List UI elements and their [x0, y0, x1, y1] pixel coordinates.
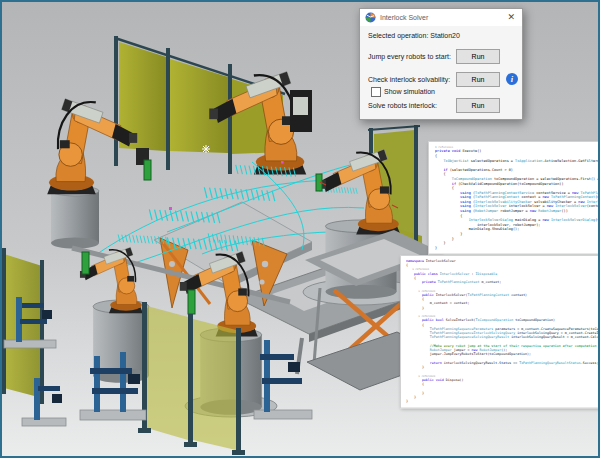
show-simulation-label: Show simulation	[384, 88, 435, 95]
info-icon[interactable]: i	[506, 73, 518, 85]
close-icon[interactable]: ✕	[505, 13, 517, 22]
code-line: return interlockSolvingQueryResult.Statu…	[406, 361, 600, 365]
jump-robots-label: Jump every robots to start:	[368, 53, 451, 60]
run-jump-button[interactable]: Run	[456, 49, 500, 64]
code-panel-interlocksolver-class: namespace InterlockSolver{ 1 reference p…	[400, 255, 600, 409]
run-solve-button[interactable]: Run	[456, 98, 500, 113]
interlock-solver-dialog: Interlock Solver ✕ Selected operation: S…	[359, 8, 523, 120]
robot-pedestal-a	[51, 186, 99, 249]
code-line: }	[406, 399, 600, 403]
run-check-button[interactable]: Run	[456, 72, 500, 87]
solve-interlock-label: Solve robots interlock:	[368, 102, 437, 109]
selected-operation-label: Selected operation: Station20	[368, 32, 460, 39]
code-line: }	[435, 246, 600, 251]
dialog-titlebar[interactable]: Interlock Solver ✕	[360, 9, 522, 26]
dialog-title: Interlock Solver	[380, 14, 505, 21]
show-simulation-checkbox[interactable]	[371, 87, 381, 97]
app-icon	[365, 12, 376, 23]
check-solvability-label: Check interlock solvability:	[368, 76, 450, 83]
code-panel-execute: 1 referenceprivate void Execute(){ TxObj…	[428, 141, 600, 255]
code-line: TxPathPlanningSequenceSolvingQueryResult…	[406, 335, 600, 339]
code-line: TxObjectList selectedOperations = TxAppl…	[435, 158, 600, 163]
application-window: { "window": { "border_color": "#2e708f",…	[0, 0, 600, 458]
